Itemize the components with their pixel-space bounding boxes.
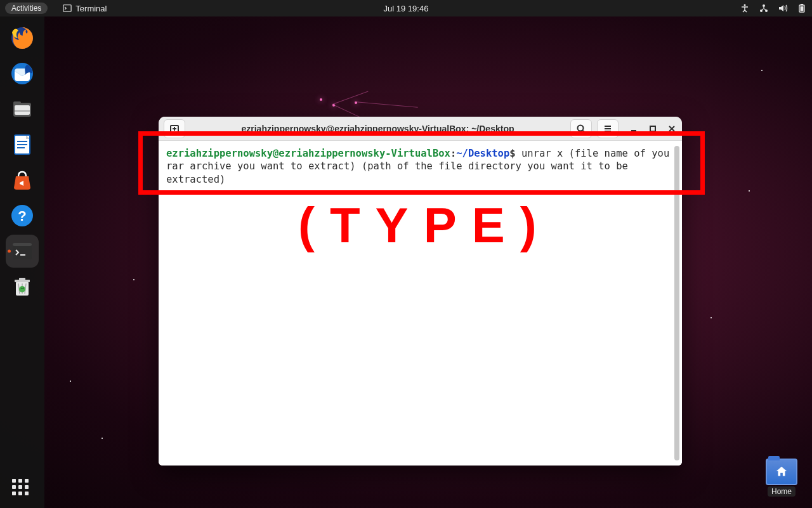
svg-point-1	[744, 4, 746, 6]
minimize-button[interactable]	[629, 124, 639, 134]
terminal-window: ezriahzippernowsky@ezriahzippernowsky-Vi…	[159, 117, 682, 466]
svg-rect-23	[20, 254, 25, 256]
svg-text:?: ?	[18, 208, 26, 224]
terminal-line: ezriahzippernowsky@ezriahzippernowsky-Vi…	[166, 147, 674, 186]
close-button[interactable]	[667, 124, 677, 134]
hamburger-menu-button[interactable]	[597, 119, 619, 138]
svg-rect-22	[13, 243, 32, 246]
svg-rect-17	[17, 144, 27, 145]
scrollbar[interactable]	[674, 146, 679, 460]
prompt-path: ~/Desktop	[456, 148, 509, 159]
dock-files[interactable]	[6, 93, 39, 126]
svg-rect-0	[63, 5, 71, 12]
desktop-home-label: Home	[768, 486, 796, 497]
files-icon	[10, 96, 35, 122]
dock-trash[interactable]	[6, 270, 39, 303]
network-icon[interactable]	[759, 3, 769, 13]
dock-terminal[interactable]	[6, 235, 39, 268]
help-icon: ?	[10, 203, 35, 228]
clock[interactable]: Jul 19 19:46	[384, 4, 429, 13]
accessibility-icon[interactable]	[740, 3, 750, 13]
show-applications-button[interactable]	[12, 479, 32, 499]
activities-button[interactable]: Activities	[5, 3, 48, 14]
terminal-body[interactable]: ezriahzippernowsky@ezriahzippernowsky-Vi…	[159, 141, 682, 466]
svg-point-29	[578, 125, 584, 131]
app-indicator-label: Terminal	[75, 4, 107, 13]
new-tab-button[interactable]	[164, 119, 185, 138]
prompt-symbol: $	[509, 148, 515, 159]
terminal-icon	[63, 4, 72, 13]
prompt-user: ezriahzippernowsky@ezriahzippernowsky-Vi…	[166, 148, 450, 159]
svg-rect-18	[17, 147, 25, 148]
maximize-button[interactable]	[648, 124, 658, 134]
desktop-home-folder[interactable]: Home	[763, 459, 801, 497]
window-titlebar[interactable]: ezriahzippernowsky@ezriahzippernowsky-Vi…	[159, 117, 682, 141]
app-indicator[interactable]: Terminal	[63, 4, 107, 13]
battery-icon[interactable]	[797, 3, 807, 13]
top-bar: Activities Terminal Jul 19 19:46	[0, 0, 812, 16]
running-indicator-dot	[8, 250, 11, 253]
dock-writer[interactable]	[6, 128, 39, 161]
dock-firefox[interactable]	[6, 22, 39, 55]
trash-icon	[10, 274, 35, 299]
libreoffice-writer-icon	[10, 132, 35, 157]
search-button[interactable]	[570, 119, 592, 138]
svg-rect-12	[15, 105, 30, 115]
svg-rect-11	[13, 101, 21, 105]
svg-point-2	[763, 4, 765, 7]
folder-icon	[766, 459, 797, 485]
thunderbird-icon	[10, 61, 35, 86]
window-title: ezriahzippernowsky@ezriahzippernowsky-Vi…	[190, 124, 565, 134]
svg-rect-7	[801, 6, 804, 11]
svg-rect-30	[650, 126, 655, 131]
dock-thunderbird[interactable]	[6, 57, 39, 90]
dock-software[interactable]	[6, 164, 39, 197]
svg-rect-26	[19, 278, 25, 280]
dock-help[interactable]: ?	[6, 199, 39, 232]
svg-rect-13	[15, 110, 30, 112]
terminal-app-icon	[10, 238, 35, 264]
firefox-icon	[10, 25, 35, 51]
svg-rect-6	[801, 4, 803, 5]
dock: ?	[0, 16, 44, 508]
volume-icon[interactable]	[778, 3, 788, 13]
svg-rect-16	[17, 141, 27, 142]
software-center-icon	[10, 167, 35, 193]
